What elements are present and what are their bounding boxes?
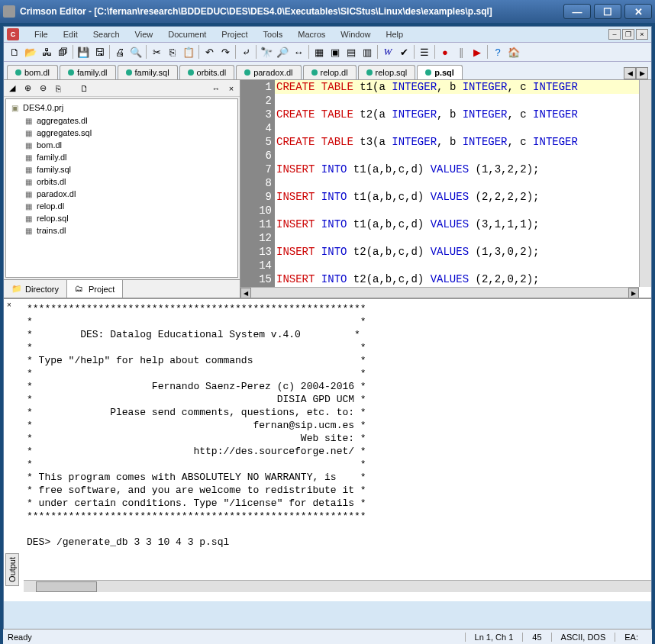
hscroll-right-icon[interactable]: ▶	[628, 288, 639, 298]
open-remote-icon[interactable]: 🖧	[39, 44, 54, 60]
replace-icon[interactable]: ↔	[291, 44, 306, 60]
project-tree[interactable]: DES4.0.prj aggregates.dlaggregates.sqlbo…	[5, 98, 238, 278]
tab-file[interactable]: relop.dl	[303, 65, 357, 79]
close-button[interactable]: ✕	[624, 4, 652, 19]
code-line[interactable]: CREATE TABLE t2(a INTEGER, b INTEGER, c …	[275, 108, 651, 121]
output-icon[interactable]: ▥	[360, 44, 375, 60]
tree-file-item[interactable]: aggregates.sql	[8, 127, 236, 139]
output-scroll-thumb[interactable]	[36, 581, 97, 592]
tab-file[interactable]: paradox.dl	[236, 65, 301, 79]
menu-file[interactable]: File	[27, 27, 56, 41]
maximize-button[interactable]: ☐	[594, 4, 621, 19]
sidebar-tab-project[interactable]: 🗂 Project	[67, 280, 123, 298]
tab-file[interactable]: family.dl	[60, 65, 116, 79]
menu-document[interactable]: Document	[160, 27, 214, 41]
remove-file-icon[interactable]: ⊖	[36, 82, 50, 95]
code-line[interactable]: CREATE TABLE t1(a INTEGER, b INTEGER, c …	[275, 80, 651, 94]
spellcheck-icon[interactable]: ✔	[396, 44, 411, 60]
tree-file-item[interactable]: aggregates.dl	[8, 114, 236, 127]
code-editor[interactable]: 123456789101112131415 CREATE TABLE t1(a …	[240, 80, 651, 298]
play-icon[interactable]: ▶	[469, 44, 485, 60]
tree-file-item[interactable]: relop.sql	[8, 212, 236, 224]
tab-file[interactable]: family.sql	[118, 65, 178, 79]
pin-icon[interactable]: ◢	[5, 82, 19, 95]
tab-file[interactable]: orbits.dl	[179, 65, 235, 79]
code-line[interactable]	[275, 149, 651, 163]
menu-view[interactable]: View	[127, 27, 161, 41]
project-icon[interactable]: ▣	[328, 44, 343, 60]
tab-file[interactable]: p.sql	[417, 65, 463, 79]
mdi-restore-button[interactable]: ❐	[622, 29, 634, 40]
menu-search[interactable]: Search	[86, 27, 127, 41]
copy-icon[interactable]: ⎘	[165, 44, 180, 60]
indent-icon[interactable]: ☰	[417, 44, 432, 60]
editor-hscrollbar[interactable]: ◀ ▶	[240, 287, 639, 298]
web-icon[interactable]: W	[380, 44, 395, 60]
code-area[interactable]: CREATE TABLE t1(a INTEGER, b INTEGER, c …	[275, 80, 651, 298]
editor-vscrollbar[interactable]	[639, 80, 651, 287]
sidebar-expand-icon[interactable]: ↔	[209, 82, 223, 95]
record-icon[interactable]: ●	[437, 44, 453, 60]
code-line[interactable]	[275, 176, 651, 190]
menu-edit[interactable]: Edit	[56, 27, 86, 41]
find-icon[interactable]: 🔭	[259, 44, 274, 60]
code-line[interactable]	[275, 259, 651, 272]
code-line[interactable]: INSERT INTO t2(a,b,c,d) VALUES (1,3,0,2)…	[275, 245, 651, 259]
code-line[interactable]	[275, 121, 651, 135]
code-line[interactable]	[275, 94, 651, 108]
mdi-close-button[interactable]: ×	[636, 29, 648, 40]
menu-window[interactable]: Window	[333, 27, 378, 41]
print-icon[interactable]: 🖨	[112, 44, 127, 60]
sidebar-tab-directory[interactable]: 📁 Directory	[4, 280, 67, 298]
cut-icon[interactable]: ✂	[149, 44, 164, 60]
directory-icon[interactable]: ▦	[311, 44, 327, 60]
save-all-icon[interactable]: 🖫	[92, 44, 107, 60]
mdi-minimize-button[interactable]: –	[608, 29, 621, 40]
code-line[interactable]: INSERT INTO t1(a,b,c,d) VALUES (3,1,1,1)…	[275, 217, 651, 231]
menu-help[interactable]: Help	[378, 27, 411, 41]
tab-file[interactable]: bom.dl	[7, 65, 58, 79]
code-line[interactable]	[275, 204, 651, 217]
tree-file-item[interactable]: family.sql	[8, 163, 236, 175]
paste-icon[interactable]: 📋	[181, 44, 196, 60]
code-line[interactable]: INSERT INTO t2(a,b,c,d) VALUES (2,2,0,2)…	[275, 272, 651, 286]
tree-file-item[interactable]: orbits.dl	[8, 175, 236, 188]
add-file-icon[interactable]: ⊕	[21, 82, 34, 95]
open-file-icon[interactable]: 📂	[23, 44, 38, 60]
sidebar-close-icon[interactable]: ×	[224, 82, 238, 95]
pause-icon[interactable]: ‖	[453, 44, 469, 60]
minimize-button[interactable]: —	[563, 4, 591, 19]
new-file-icon[interactable]: 🗋	[7, 44, 22, 60]
tab-file[interactable]: relop.sql	[358, 65, 416, 79]
code-line[interactable]	[275, 231, 651, 245]
menu-project[interactable]: Project	[214, 27, 255, 41]
tree-file-item[interactable]: relop.dl	[8, 200, 236, 212]
output-tab-label[interactable]: Output	[5, 553, 19, 586]
copy-project-icon[interactable]: ⎘	[51, 82, 65, 95]
output-close-icon[interactable]: ×	[7, 301, 18, 311]
open-template-icon[interactable]: 🗊	[55, 44, 70, 60]
menu-macros[interactable]: Macros	[290, 27, 333, 41]
new-project-icon[interactable]: 🗋	[77, 82, 91, 95]
home-icon[interactable]: 🏠	[506, 44, 521, 60]
tree-file-item[interactable]: trains.dl	[8, 224, 236, 237]
macro-icon[interactable]: ▤	[344, 44, 359, 60]
redo-icon[interactable]: ↷	[218, 44, 233, 60]
menu-tools[interactable]: Tools	[256, 27, 291, 41]
save-icon[interactable]: 💾	[76, 44, 91, 60]
tree-file-item[interactable]: bom.dl	[8, 139, 236, 151]
tab-scroll-left-icon[interactable]: ◀	[624, 67, 636, 79]
hscroll-left-icon[interactable]: ◀	[240, 288, 251, 298]
help-icon[interactable]: ?	[490, 44, 505, 60]
wordwrap-icon[interactable]: ⤶	[238, 44, 253, 60]
code-line[interactable]: CREATE TABLE t3(a INTEGER, b INTEGER, c …	[275, 135, 651, 149]
tab-scroll-right-icon[interactable]: ▶	[636, 67, 648, 79]
find-files-icon[interactable]: 🔎	[275, 44, 290, 60]
output-text[interactable]: ****************************************…	[4, 299, 651, 580]
code-line[interactable]: INSERT INTO t1(a,b,c,d) VALUES (1,3,2,2)…	[275, 163, 651, 176]
output-hscrollbar[interactable]	[24, 580, 651, 592]
project-root[interactable]: DES4.0.prj	[8, 101, 236, 114]
preview-icon[interactable]: 🔍	[128, 44, 144, 60]
tree-file-item[interactable]: paradox.dl	[8, 188, 236, 200]
tree-file-item[interactable]: family.dl	[8, 151, 236, 163]
